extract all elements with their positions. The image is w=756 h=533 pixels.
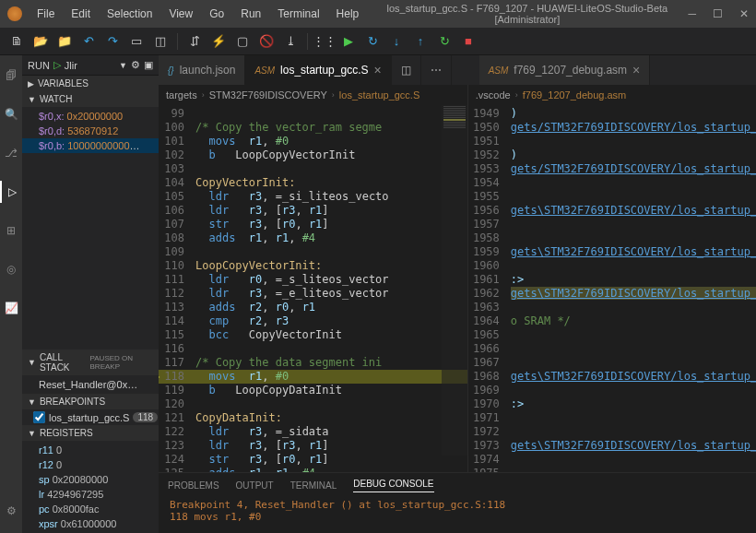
code-line[interactable]: 122 ldr r3, =_sidata: [159, 425, 467, 439]
code-right[interactable]: 1949)1950gets/STM32F769IDISCOVERY/los_st…: [468, 105, 756, 472]
code-line[interactable]: 114 cmp r2, r3: [159, 314, 467, 328]
code-line[interactable]: 105 ldr r3, =_si_liteos_vecto: [159, 190, 467, 204]
tab-more-icon[interactable]: ⋯: [421, 55, 452, 85]
breakpoint-checkbox[interactable]: [33, 411, 45, 423]
metrics-icon[interactable]: 📈: [0, 297, 22, 319]
step-into-icon[interactable]: ↓: [389, 34, 404, 49]
code-line[interactable]: 1968gets\STM32F769IDISCOVERY/los_startup…: [468, 370, 756, 384]
settings-gear-icon[interactable]: ⚙: [0, 500, 22, 522]
registers-header[interactable]: ▼REGISTERS: [22, 425, 159, 441]
code-line[interactable]: 1953gets/STM32F769IDISCOVERY/los_startup…: [468, 162, 756, 176]
code-line[interactable]: 119 b LoopCopyDataInit: [159, 384, 467, 397]
code-line[interactable]: 124 str r3, [r0, r1]: [159, 453, 467, 467]
download-icon[interactable]: ⤓: [283, 34, 298, 49]
block-icon[interactable]: 🚫: [259, 34, 274, 49]
menu-go[interactable]: Go: [202, 4, 231, 24]
panel-output[interactable]: OUTPUT: [236, 480, 274, 491]
chevron-down-icon[interactable]: ▼: [119, 61, 127, 70]
debug-config-selector[interactable]: Jlir: [65, 60, 115, 71]
code-line[interactable]: 115 bcc CopyVectorInit: [159, 328, 467, 342]
watch-header[interactable]: ▼WATCH: [22, 91, 159, 107]
code-line[interactable]: 1961:>: [468, 273, 756, 287]
minimize-icon[interactable]: ─: [688, 7, 696, 20]
code-line[interactable]: 1963: [468, 301, 756, 314]
code-line[interactable]: 120: [159, 397, 467, 411]
code-line[interactable]: 1964o SRAM */: [468, 314, 756, 328]
code-line[interactable]: 1955: [468, 190, 756, 204]
code-line[interactable]: 102 b LoopCopyVectorInit: [159, 148, 467, 162]
breadcrumb-left[interactable]: targets› STM32F769IDISCOVERY› los_startu…: [159, 85, 467, 105]
lightning-icon[interactable]: ⚡: [211, 34, 226, 49]
watch-item[interactable]: $r0,d: 536870912: [22, 124, 159, 138]
code-line[interactable]: 1966: [468, 342, 756, 356]
undo-icon[interactable]: ↶: [81, 34, 96, 49]
register-row[interactable]: pc 0x8000fac: [22, 502, 159, 516]
panel-debug-console[interactable]: DEBUG CONSOLE: [353, 479, 433, 492]
continue-icon[interactable]: ▶: [341, 34, 356, 49]
watch-item[interactable]: $r0,b: 1000000000000…: [22, 138, 159, 153]
code-line[interactable]: 1958: [468, 231, 756, 245]
callstack-row[interactable]: Reset_Handler@0x08000: [22, 377, 159, 392]
code-line[interactable]: 104CopyVectorInit:: [159, 176, 467, 190]
breakpoint-row[interactable]: los_startup_gcc.S 118: [22, 409, 159, 425]
breakpoints-header[interactable]: ▼BREAKPOINTS: [22, 394, 159, 409]
code-line[interactable]: 106 ldr r3, [r3, r1]: [159, 204, 467, 218]
code-line[interactable]: 1960: [468, 259, 756, 273]
register-row[interactable]: xpsr 0x61000000: [22, 516, 159, 531]
code-line[interactable]: 107 str r3, [r0, r1]: [159, 218, 467, 231]
code-line[interactable]: 1956gets\STM32F769IDISCOVERY/los_startup…: [468, 204, 756, 218]
panel-problems[interactable]: PROBLEMS: [168, 480, 219, 491]
code-line[interactable]: 117/* Copy the data segment ini: [159, 356, 467, 370]
menu-terminal[interactable]: Terminal: [270, 4, 326, 24]
code-line[interactable]: 111 ldr r0, =_s_liteos_vector: [159, 273, 467, 287]
tab-split-icon[interactable]: ◫: [392, 55, 421, 85]
code-line[interactable]: 109: [159, 245, 467, 259]
panel-terminal[interactable]: TERMINAL: [290, 480, 337, 491]
search-icon[interactable]: 🔍: [0, 103, 22, 125]
code-line[interactable]: 101 movs r1, #0: [159, 135, 467, 148]
code-line[interactable]: 1952): [468, 148, 756, 162]
code-line[interactable]: 1957: [468, 218, 756, 231]
register-row[interactable]: r12 0: [22, 457, 159, 472]
drag-icon[interactable]: ⋮⋮: [317, 34, 332, 49]
sort-icon[interactable]: ⇵: [187, 34, 202, 49]
register-row[interactable]: sp 0x20080000: [22, 472, 159, 487]
code-line[interactable]: 116: [159, 342, 467, 356]
toggle-panel-icon[interactable]: ▭: [129, 34, 144, 49]
start-debug-icon[interactable]: ▷: [53, 59, 61, 71]
tab-close-icon[interactable]: ×: [373, 63, 381, 77]
code-line[interactable]: 1973gets\STM32F769IDISCOVERY/los_startup…: [468, 439, 756, 453]
tab-gcc-active[interactable]: ASMlos_startup_gcc.S×: [245, 55, 391, 85]
code-line[interactable]: 125 adds r1, r1, #4: [159, 467, 467, 472]
split-icon[interactable]: ◫: [153, 34, 168, 49]
breadcrumb-right[interactable]: .vscode› f769_1207_debug.asm: [468, 85, 756, 105]
test-icon[interactable]: ◎: [0, 258, 22, 280]
extensions-icon[interactable]: ⊞: [0, 219, 22, 242]
tab-launch[interactable]: {}launch.json: [159, 55, 245, 85]
step-over-icon[interactable]: ↻: [365, 34, 380, 49]
menu-view[interactable]: View: [161, 4, 200, 24]
register-row[interactable]: lr 4294967295: [22, 487, 159, 502]
explorer-icon[interactable]: 🗐: [0, 65, 22, 87]
code-line[interactable]: 1950gets/STM32F769IDISCOVERY/los_startup…: [468, 121, 756, 135]
code-line[interactable]: 1972: [468, 425, 756, 439]
code-line[interactable]: 1970:>: [468, 397, 756, 411]
callstack-header[interactable]: ▼CALL STACK PAUSED ON BREAKP: [22, 349, 159, 375]
code-line[interactable]: 121CopyDataInit:: [159, 411, 467, 425]
code-line[interactable]: 100/* Copy the vector_ram segme: [159, 121, 467, 135]
debug-console-body[interactable]: Breakpoint 4, Reset_Handler () at los_st…: [159, 497, 756, 533]
code-left[interactable]: 99100/* Copy the vector_ram segme101 mov…: [159, 105, 467, 472]
restart-icon[interactable]: ↻: [437, 34, 452, 49]
code-line[interactable]: 1951: [468, 135, 756, 148]
code-line[interactable]: 103: [159, 162, 467, 176]
debug-icon[interactable]: ▷: [0, 181, 22, 203]
register-row[interactable]: r11 0: [22, 443, 159, 457]
code-line[interactable]: 108 adds r1, r1, #4: [159, 231, 467, 245]
code-line[interactable]: 123 ldr r3, [r3, r1]: [159, 439, 467, 453]
menu-file[interactable]: File: [30, 4, 62, 24]
code-line[interactable]: 1949): [468, 107, 756, 121]
stop-icon[interactable]: ■: [461, 34, 476, 49]
menu-edit[interactable]: Edit: [64, 4, 98, 24]
code-line[interactable]: 113 adds r2, r0, r1: [159, 301, 467, 314]
code-line[interactable]: 1959gets\STM32F769IDISCOVERY/los_startup…: [468, 245, 756, 259]
